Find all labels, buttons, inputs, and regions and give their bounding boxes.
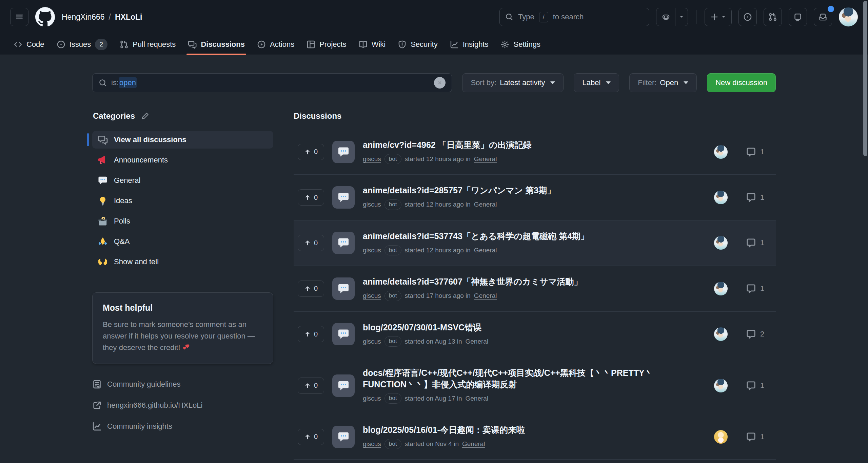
sidebar-links: Community guidelines hengxin666.github.i… xyxy=(92,380,273,431)
discussion-row[interactable]: 0 blog/2025/05/16/01-今日趣闻：卖课的来啦 giscus b… xyxy=(294,414,776,460)
upvote-button[interactable]: 0 xyxy=(298,378,324,394)
category-link[interactable]: General xyxy=(474,155,497,163)
tab-actions[interactable]: Actions xyxy=(251,34,300,55)
category-link[interactable]: General xyxy=(474,201,497,208)
filter-dropdown[interactable]: Filter: Open xyxy=(629,73,697,92)
tab-code[interactable]: Code xyxy=(7,34,51,55)
participant-avatar[interactable] xyxy=(714,145,728,159)
label-dropdown[interactable]: Label xyxy=(574,73,619,92)
breadcrumb-owner[interactable]: HengXin666 xyxy=(62,13,105,22)
category-link[interactable]: General xyxy=(466,395,489,402)
discussion-list: 0 anime/cv?id=4962 「日高里菜」の出演記録 giscus bo… xyxy=(294,129,776,463)
create-new-button[interactable] xyxy=(705,8,732,26)
author-link[interactable]: giscus xyxy=(363,440,381,448)
author-link[interactable]: giscus xyxy=(363,338,381,345)
discussion-title[interactable]: blog/2025/07/30/01-MSVC错误 xyxy=(363,322,706,333)
comment-count[interactable]: 2 xyxy=(746,329,768,339)
started-text: started 12 hours ago in xyxy=(405,155,471,163)
discussion-title[interactable]: anime/details?id=537743「とある科学の超電磁砲 第4期」 xyxy=(363,231,706,242)
discussion-title[interactable]: anime/details?id=285757「ワンパンマン 第3期」 xyxy=(363,185,706,196)
discussion-row[interactable]: 0 anime/details?id=285757「ワンパンマン 第3期」 gi… xyxy=(294,175,776,220)
tab-discussions[interactable]: Discussions xyxy=(182,34,251,55)
your-pull-requests-button[interactable] xyxy=(764,8,782,26)
user-avatar[interactable] xyxy=(839,7,858,26)
discussion-row[interactable]: 0 anime/details?id=537743「とある科学の超電磁砲 第4期… xyxy=(294,220,776,266)
page-scrollbar[interactable] xyxy=(863,1,867,156)
hamburger-menu-button[interactable] xyxy=(10,8,28,26)
tab-issues[interactable]: Issues 2 xyxy=(51,34,114,55)
tab-projects[interactable]: Projects xyxy=(300,34,352,55)
upvote-button[interactable]: 0 xyxy=(298,429,324,445)
discussion-row[interactable]: 0 blog/2025/11/08/01-速记之前遇到的msvc和gcc小坑 xyxy=(294,460,776,463)
tab-security[interactable]: Security xyxy=(392,34,443,55)
comment-count[interactable]: 1 xyxy=(746,147,768,157)
discussion-title[interactable]: anime/details?id=377607「神無き世界のカミサマ活動」 xyxy=(363,276,706,288)
saved-repo-button[interactable] xyxy=(789,8,807,26)
breadcrumb-repo[interactable]: HXLoLi xyxy=(115,13,142,22)
tab-wiki[interactable]: Wiki xyxy=(353,34,392,55)
author-link[interactable]: giscus xyxy=(363,247,381,254)
discussions-search-input[interactable]: is:open xyxy=(92,73,452,92)
sidebar-item-announcements[interactable]: Announcements xyxy=(92,151,273,169)
comment-count[interactable]: 1 xyxy=(746,192,768,202)
clear-search-button[interactable] xyxy=(434,77,446,89)
comment-count[interactable]: 1 xyxy=(746,284,768,294)
notifications-inbox-button[interactable] xyxy=(814,8,832,26)
discussion-row[interactable]: 0 anime/cv?id=4962 「日高里菜」の出演記録 giscus bo… xyxy=(294,129,776,175)
upvote-button[interactable]: 0 xyxy=(298,281,324,297)
upvote-button[interactable]: 0 xyxy=(298,326,324,342)
tab-insights[interactable]: Insights xyxy=(444,34,495,55)
discussion-title[interactable]: anime/cv?id=4962 「日高里菜」の出演記録 xyxy=(363,139,706,151)
tab-pull-requests[interactable]: Pull requests xyxy=(114,34,182,55)
category-link[interactable]: General xyxy=(474,292,497,300)
author-link[interactable]: giscus xyxy=(363,395,381,402)
sidebar-item-polls[interactable]: Polls xyxy=(92,212,273,230)
upvote-button[interactable]: 0 xyxy=(298,189,324,206)
author-link[interactable]: giscus xyxy=(363,155,381,163)
comment-count[interactable]: 1 xyxy=(746,432,768,442)
participant-avatar[interactable] xyxy=(714,379,728,392)
participant-avatar[interactable] xyxy=(714,236,728,250)
most-helpful-title: Most helpful xyxy=(103,303,263,313)
author-link[interactable]: giscus xyxy=(363,292,381,300)
sidebar-item-q-a[interactable]: Q&A xyxy=(92,233,273,250)
new-discussion-button[interactable]: New discussion xyxy=(707,73,776,92)
category-emoji-tile xyxy=(332,323,355,345)
upvote-button[interactable]: 0 xyxy=(298,235,324,251)
sidebar-item-show-and-tell[interactable]: Show and tell xyxy=(92,253,273,271)
global-search-input[interactable]: Type / to search xyxy=(499,8,649,26)
two-hearts-icon xyxy=(182,343,191,352)
comment-count[interactable]: 1 xyxy=(746,381,768,391)
comment-count[interactable]: 1 xyxy=(746,238,768,248)
sidebar-link-community-insights[interactable]: Community insights xyxy=(92,422,273,431)
category-link[interactable]: General xyxy=(462,440,485,448)
sidebar-item-view-all-discussions[interactable]: View all discussions xyxy=(92,131,273,149)
sidebar-link-community-guidelines[interactable]: Community guidelines xyxy=(92,380,273,389)
github-logo-icon[interactable] xyxy=(35,7,55,27)
your-issues-button[interactable] xyxy=(738,8,757,26)
sort-dropdown[interactable]: Sort by: Latest activity xyxy=(462,73,564,92)
discussion-row[interactable]: 0 anime/details?id=377607「神無き世界のカミサマ活動」 … xyxy=(294,266,776,311)
category-link[interactable]: General xyxy=(466,338,489,345)
participant-avatar[interactable] xyxy=(714,282,728,295)
participant-avatar[interactable] xyxy=(714,430,728,444)
sort-value: Latest activity xyxy=(500,78,545,87)
sidebar-link-hengxin666-github-io-hxloli[interactable]: hengxin666.github.io/HXLoLi xyxy=(92,401,273,410)
discussion-row[interactable]: 0 blog/2025/07/30/01-MSVC错误 giscus bot s… xyxy=(294,312,776,357)
discussion-title[interactable]: blog/2025/05/16/01-今日趣闻：卖课的来啦 xyxy=(363,424,706,436)
copilot-menu-caret[interactable] xyxy=(675,8,688,26)
tab-settings[interactable]: Settings xyxy=(494,34,547,55)
category-link[interactable]: General xyxy=(474,247,497,254)
copilot-button[interactable] xyxy=(656,8,688,26)
participant-avatar[interactable] xyxy=(714,327,728,341)
inbox-icon xyxy=(818,13,827,21)
discussion-title[interactable]: docs/程序语言/C++/现代C++/现代C++项目实战/C++黑科技【丶丶P… xyxy=(363,367,706,390)
comment-icon xyxy=(746,381,756,391)
participant-avatar[interactable] xyxy=(714,191,728,204)
upvote-button[interactable]: 0 xyxy=(298,144,324,160)
sidebar-item-general[interactable]: General xyxy=(92,172,273,189)
discussion-row[interactable]: 0 docs/程序语言/C++/现代C++/现代C++项目实战/C++黑科技【丶… xyxy=(294,357,776,414)
sidebar-item-ideas[interactable]: Ideas xyxy=(92,192,273,210)
pencil-edit-icon[interactable] xyxy=(141,112,149,120)
author-link[interactable]: giscus xyxy=(363,201,381,208)
